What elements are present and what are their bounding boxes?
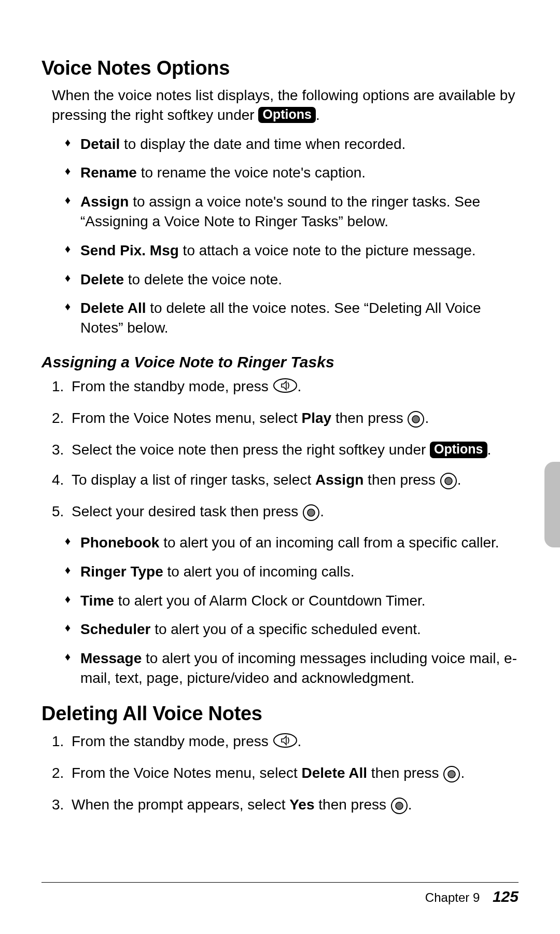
period: . bbox=[298, 733, 302, 749]
step-item: From the Voice Notes menu, select Delete… bbox=[52, 763, 519, 785]
step-text: then press bbox=[331, 410, 407, 426]
page-footer: Chapter 9 125 bbox=[41, 882, 519, 905]
option-desc: to attach a voice note to the picture me… bbox=[179, 242, 476, 258]
heading-voice-notes-options: Voice Notes Options bbox=[41, 57, 519, 79]
assign-steps: From the standby mode, press . From the … bbox=[52, 376, 519, 524]
period: . bbox=[457, 472, 461, 488]
period: . bbox=[320, 503, 324, 519]
step-text: then press bbox=[363, 472, 439, 488]
step-item: From the standby mode, press . bbox=[52, 731, 519, 753]
ok-button-icon bbox=[440, 472, 457, 492]
delete-steps: From the standby mode, press . From the … bbox=[52, 731, 519, 817]
period: . bbox=[487, 442, 492, 458]
step-text: From the standby mode, press bbox=[72, 733, 273, 749]
option-desc: to rename the voice note's caption. bbox=[137, 164, 366, 181]
option-desc: to display the date and time when record… bbox=[120, 136, 405, 152]
intro-text-b: . bbox=[316, 107, 320, 123]
step-item: To display a list of ringer tasks, selec… bbox=[52, 470, 519, 492]
list-item: Assign to assign a voice note's sound to… bbox=[65, 192, 519, 231]
list-item: Detail to display the date and time when… bbox=[65, 134, 519, 154]
ok-button-icon bbox=[407, 410, 425, 430]
list-item: Time to alert you of Alarm Clock or Coun… bbox=[65, 591, 519, 611]
task-term: Ringer Type bbox=[80, 564, 163, 580]
task-term: Time bbox=[80, 593, 114, 609]
list-item: Ringer Type to alert you of incoming cal… bbox=[65, 562, 519, 582]
list-item: Message to alert you of incoming message… bbox=[65, 649, 519, 688]
heading-deleting-all-voice-notes: Deleting All Voice Notes bbox=[41, 703, 519, 725]
step-text: When the prompt appears, select bbox=[72, 796, 289, 813]
option-term: Assign bbox=[80, 194, 129, 210]
heading-assigning-voice-note: Assigning a Voice Note to Ringer Tasks bbox=[41, 353, 519, 371]
step-text: From the Voice Notes menu, select bbox=[72, 765, 302, 781]
options-badge: Options bbox=[430, 442, 487, 458]
option-desc: to assign a voice note's sound to the ri… bbox=[80, 194, 480, 229]
step-item: From the Voice Notes menu, select Play t… bbox=[52, 408, 519, 430]
step-item: Select the voice note then press the rig… bbox=[52, 439, 519, 460]
list-item: Delete to delete the voice note. bbox=[65, 270, 519, 290]
task-desc: to alert you of Alarm Clock or Countdown… bbox=[114, 593, 426, 609]
task-desc: to alert you of an incoming call from a … bbox=[159, 534, 499, 551]
task-desc: to alert you of incoming messages includ… bbox=[80, 650, 517, 686]
period: . bbox=[408, 796, 412, 813]
option-term: Detail bbox=[80, 136, 120, 152]
options-badge: Options bbox=[258, 107, 315, 123]
step-item: From the standby mode, press . bbox=[52, 376, 519, 399]
task-term: Phonebook bbox=[80, 534, 159, 551]
list-item: Scheduler to alert you of a specific sch… bbox=[65, 620, 519, 639]
option-term: Rename bbox=[80, 164, 137, 181]
bold-word: Play bbox=[302, 410, 332, 426]
option-term: Delete All bbox=[80, 300, 146, 316]
step-text: To display a list of ringer tasks, selec… bbox=[72, 472, 315, 488]
page-thumb-tab bbox=[544, 462, 560, 547]
list-item: Delete All to delete all the voice notes… bbox=[65, 298, 519, 338]
step-text: From the standby mode, press bbox=[72, 378, 273, 394]
list-item: Send Pix. Msg to attach a voice note to … bbox=[65, 241, 519, 260]
chapter-label: Chapter 9 bbox=[425, 890, 480, 904]
task-desc: to alert you of a specific scheduled eve… bbox=[150, 621, 421, 637]
step-item: Select your desired task then press . bbox=[52, 501, 519, 524]
step-text: Select the voice note then press the rig… bbox=[72, 442, 430, 458]
period: . bbox=[298, 378, 302, 394]
option-term: Send Pix. Msg bbox=[80, 242, 179, 258]
list-item: Phonebook to alert you of an incoming ca… bbox=[65, 533, 519, 553]
bold-word: Assign bbox=[315, 472, 363, 488]
speaker-button-icon bbox=[273, 378, 298, 399]
step-text: then press bbox=[315, 796, 390, 813]
option-desc: to delete the voice note. bbox=[124, 271, 282, 287]
bold-word: Delete All bbox=[302, 765, 368, 781]
ok-button-icon bbox=[443, 765, 460, 785]
intro-paragraph: When the voice notes list displays, the … bbox=[52, 86, 519, 125]
option-term: Delete bbox=[80, 271, 124, 287]
period: . bbox=[425, 410, 429, 426]
step-text: Select your desired task then press bbox=[72, 503, 302, 519]
task-desc: to alert you of incoming calls. bbox=[163, 564, 355, 580]
page-number: 125 bbox=[483, 888, 519, 905]
step-text: From the Voice Notes menu, select bbox=[72, 410, 302, 426]
task-term: Message bbox=[80, 650, 142, 666]
task-term: Scheduler bbox=[80, 621, 150, 637]
tasks-list: Phonebook to alert you of an incoming ca… bbox=[65, 533, 519, 688]
step-text: then press bbox=[367, 765, 443, 781]
step-item: When the prompt appears, select Yes then… bbox=[52, 794, 519, 817]
ok-button-icon bbox=[390, 796, 408, 817]
options-list: Detail to display the date and time when… bbox=[65, 134, 519, 338]
ok-button-icon bbox=[302, 503, 320, 524]
speaker-button-icon bbox=[273, 733, 298, 753]
list-item: Rename to rename the voice note's captio… bbox=[65, 163, 519, 183]
period: . bbox=[460, 765, 465, 781]
bold-word: Yes bbox=[289, 796, 314, 813]
